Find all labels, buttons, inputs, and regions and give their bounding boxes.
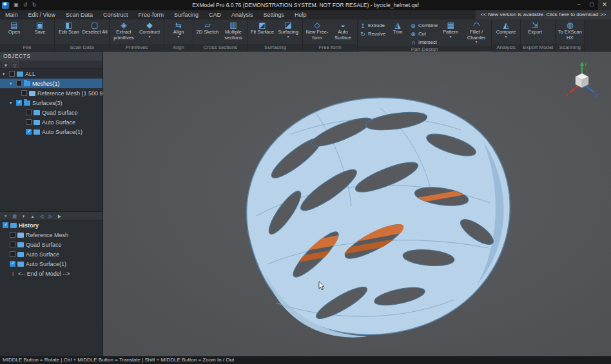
export-button[interactable]: ⇲ Export bbox=[522, 20, 548, 44]
menu-settings[interactable]: Settings bbox=[258, 10, 290, 19]
checkbox[interactable] bbox=[10, 261, 15, 267]
combine-label: Combine bbox=[418, 23, 438, 28]
history-item-quad-surface[interactable]: Quad Surface bbox=[0, 240, 102, 249]
checkbox[interactable] bbox=[16, 81, 22, 86]
menu-surfacing[interactable]: Surfacing bbox=[169, 10, 204, 19]
align-button[interactable]: ⇆ Align bbox=[166, 20, 191, 44]
tree-item-meshes[interactable]: Meshes(1) bbox=[0, 79, 102, 88]
intersect-button[interactable]: ∩ Intersect bbox=[410, 39, 438, 46]
step-forward-icon[interactable] bbox=[46, 213, 55, 220]
cut-label: Cut bbox=[418, 31, 426, 37]
edit-scan-button[interactable]: ◧ Edit Scan bbox=[56, 20, 82, 44]
construct-button[interactable]: ◆ Construct bbox=[137, 20, 162, 44]
group-label-scan-data: Scan Data bbox=[55, 44, 109, 51]
checkbox[interactable] bbox=[26, 110, 32, 115]
quick-save-icon[interactable] bbox=[12, 1, 21, 9]
export-label: Export bbox=[528, 30, 542, 35]
list-view-icon[interactable] bbox=[1, 213, 10, 220]
menu-construct[interactable]: Construct bbox=[98, 10, 133, 19]
objects-panel-title: OBJECTS bbox=[0, 52, 102, 61]
quick-undo-icon[interactable] bbox=[21, 1, 30, 9]
checkbox[interactable] bbox=[9, 71, 15, 77]
menu-analysis[interactable]: Analysis bbox=[226, 10, 258, 19]
history-item-label: Reference Mesh bbox=[26, 232, 68, 238]
menu-edit-view[interactable]: Edit / View bbox=[23, 10, 61, 19]
play-icon[interactable] bbox=[55, 213, 64, 220]
group-label-align: Align bbox=[164, 44, 193, 51]
to-exscan-hx-button[interactable]: ◍ To EXScan HX bbox=[557, 20, 583, 44]
menu-free-form[interactable]: Free-form bbox=[133, 10, 169, 19]
3d-viewport[interactable]: y x z bbox=[103, 52, 611, 356]
surfacing-button[interactable]: ◪ Surfacing bbox=[275, 20, 301, 44]
filter-clear-icon[interactable] bbox=[11, 61, 19, 68]
dropdown-caret-icon bbox=[287, 35, 289, 38]
expand-icon[interactable] bbox=[10, 81, 14, 86]
fillet-chamfer-button[interactable]: ◠ Fillet / Chamfer bbox=[463, 20, 489, 46]
checkbox[interactable] bbox=[16, 100, 22, 106]
checkbox[interactable] bbox=[10, 242, 15, 247]
extract-primitives-button[interactable]: ◈ Extract primitives bbox=[111, 20, 137, 44]
dropdown-caret-icon bbox=[148, 35, 150, 38]
history-item-label: Quad Surface bbox=[26, 242, 62, 248]
menu-main[interactable]: Main bbox=[0, 10, 23, 19]
tree-item-surfaces[interactable]: Surfaces(3) bbox=[0, 98, 102, 108]
minimize-button[interactable]: – bbox=[572, 0, 585, 10]
open-label: Open bbox=[8, 30, 20, 35]
tree-item-reference-mesh[interactable]: Reference Mesh (1 500 970) bbox=[0, 88, 102, 98]
extrude-button[interactable]: ↥ Extrude bbox=[360, 22, 385, 29]
expand-all-icon[interactable] bbox=[28, 213, 37, 220]
2d-sketch-button[interactable]: ▱ 2D Sketch bbox=[195, 20, 220, 44]
pattern-button[interactable]: ▦ Pattern bbox=[440, 20, 461, 46]
menu-scan-data[interactable]: Scan Data bbox=[61, 10, 98, 19]
checkbox[interactable] bbox=[26, 129, 32, 135]
update-notice-link[interactable]: << New version is available. Click here … bbox=[476, 10, 611, 19]
menu-help[interactable]: Help bbox=[289, 10, 312, 19]
checkbox[interactable] bbox=[21, 90, 27, 96]
combine-button[interactable]: ⊕ Combine bbox=[410, 22, 438, 29]
filter-icon[interactable] bbox=[2, 61, 10, 68]
multiple-sections-button[interactable]: ▥ Multiple sections bbox=[220, 20, 246, 44]
fit-surface-label: Fit Surface bbox=[251, 30, 274, 35]
objects-filter-row bbox=[0, 61, 102, 69]
checkbox[interactable] bbox=[3, 222, 8, 228]
collapse-icon[interactable] bbox=[19, 213, 28, 220]
checkbox[interactable] bbox=[10, 251, 15, 257]
compare-button[interactable]: ◭ Compare bbox=[493, 20, 519, 44]
quick-redo-icon[interactable] bbox=[30, 1, 39, 9]
auto-surface-button[interactable]: ◒ Auto Surface bbox=[330, 20, 356, 44]
revolve-button[interactable]: ↻ Revolve bbox=[360, 30, 385, 37]
detail-view-icon[interactable] bbox=[10, 213, 19, 220]
history-item-auto-surface-1[interactable]: Auto Surface(1) bbox=[0, 259, 102, 269]
new-free-form-button[interactable]: ◇ New Free-form bbox=[304, 20, 330, 44]
status-bar: MIDDLE Button = Rotate | Ctrl + MIDDLE B… bbox=[0, 356, 611, 364]
history-item-label: Auto Surface bbox=[26, 251, 59, 258]
trim-button[interactable]: ◮ Trim bbox=[387, 20, 408, 46]
step-back-icon[interactable] bbox=[37, 213, 46, 220]
multiple-sections-label: Multiple sections bbox=[220, 30, 246, 41]
axis-x-label: x bbox=[566, 93, 568, 97]
checkbox[interactable] bbox=[26, 119, 32, 125]
tree-item-auto-surface[interactable]: Auto Surface bbox=[0, 117, 102, 127]
expand-icon[interactable] bbox=[3, 72, 7, 77]
axis-gizmo[interactable]: y x z bbox=[562, 59, 602, 99]
maximize-button[interactable]: □ bbox=[585, 0, 598, 10]
history-title-row[interactable]: History bbox=[0, 220, 102, 230]
history-item-end-of-model[interactable]: ! <-- End of Model --> bbox=[0, 269, 102, 278]
checkbox[interactable] bbox=[10, 232, 15, 238]
fit-surface-button[interactable]: ◩ Fit Surface bbox=[249, 20, 275, 44]
history-item-auto-surface[interactable]: Auto Surface bbox=[0, 249, 102, 259]
cut-button[interactable]: ⊗ Cut bbox=[410, 30, 438, 37]
deselect-all-button[interactable]: ▢ Deselect All bbox=[82, 20, 108, 44]
history-toolbar bbox=[0, 212, 102, 220]
tree-item-all[interactable]: ALL bbox=[0, 69, 102, 79]
tree-item-auto-surface-1[interactable]: Auto Surface(1) bbox=[0, 127, 102, 137]
left-panel: OBJECTS ALL Meshes(1) bbox=[0, 52, 103, 356]
expand-icon[interactable] bbox=[10, 101, 14, 106]
close-button[interactable]: ✕ bbox=[598, 0, 611, 10]
tree-item-quad-surface[interactable]: Quad Surface bbox=[0, 108, 102, 117]
history-item-reference-mesh[interactable]: Reference Mesh bbox=[0, 230, 102, 240]
save-button[interactable]: ▣ Save bbox=[27, 20, 53, 44]
open-button[interactable]: ▤ Open bbox=[1, 20, 27, 44]
cut-icon: ⊗ bbox=[410, 31, 416, 37]
menu-cad[interactable]: CAD bbox=[204, 10, 226, 19]
